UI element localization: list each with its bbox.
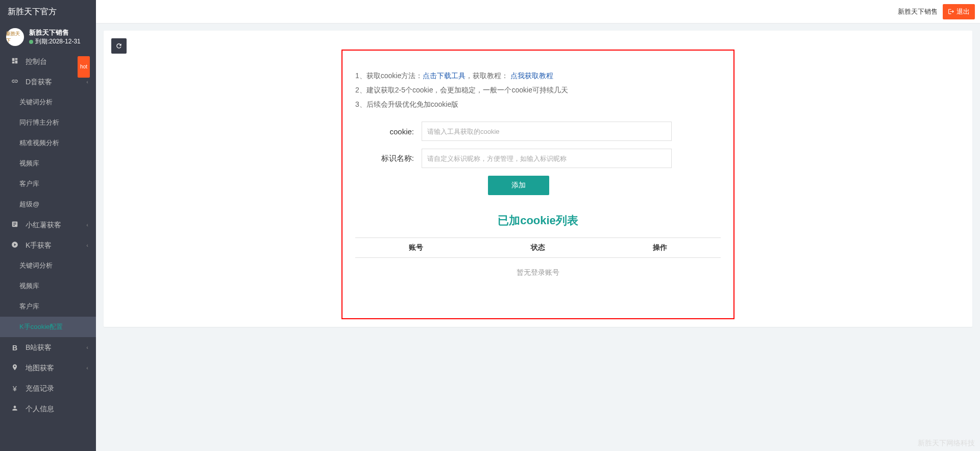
chevron-left-icon: ‹: [86, 235, 88, 255]
sidebar-item-video-analysis[interactable]: 精准视频分析: [0, 133, 96, 153]
logout-button[interactable]: 退出: [943, 4, 975, 19]
sidebar-item-ks-keyword[interactable]: 关键词分析: [0, 255, 96, 276]
main-card: 1、获取cookie方法：点击下载工具，获取教程： 点我获取教程 2、建议获取2…: [104, 31, 972, 327]
sidebar-item-keyword[interactable]: 关键词分析: [0, 92, 96, 112]
refresh-button[interactable]: [111, 38, 127, 54]
chevron-left-icon: ‹: [86, 215, 88, 235]
tip-line-1: 1、获取cookie方法：点击下载工具，获取教程： 点我获取教程: [355, 68, 721, 83]
avatar[interactable]: 新胜天下: [6, 28, 24, 46]
user-panel: 新胜天下 新胜天下销售 到期:2028-12-31: [0, 23, 96, 51]
chevron-left-icon: ‹: [86, 72, 88, 92]
top-header: 新胜天下销售 退出: [96, 0, 980, 23]
table-header: 账号 状态 操作: [355, 238, 721, 258]
sidebar-item-label: D音获客: [26, 78, 52, 86]
sidebar-item-douyin[interactable]: D音获客 ‹: [0, 72, 96, 92]
sidebar-item-ks-video-lib[interactable]: 视频库: [0, 276, 96, 296]
download-tool-link[interactable]: 点击下载工具: [423, 72, 465, 80]
tutorial-link[interactable]: 点我获取教程: [510, 72, 553, 80]
user-name: 新胜天下销售: [29, 28, 81, 37]
sidebar-item-ks-customer-lib[interactable]: 客户库: [0, 296, 96, 317]
dashboard-icon: [10, 52, 19, 72]
sidebar-item-label: 控制台: [26, 57, 47, 65]
sidebar-item-super-at[interactable]: 超级@: [0, 194, 96, 215]
sidebar-item-kuaishou[interactable]: K手获客 ‹: [0, 235, 96, 255]
book-icon: [10, 215, 19, 235]
sidebar: 新胜天下官方 新胜天下 新胜天下销售 到期:2028-12-31 控制台 hot…: [0, 0, 96, 335]
sidebar-item-label: 小红薯获客: [26, 221, 61, 229]
col-account: 账号: [355, 238, 477, 257]
col-action: 操作: [599, 238, 721, 257]
main-content: 1、获取cookie方法：点击下载工具，获取教程： 点我获取教程 2、建议获取2…: [96, 0, 980, 327]
play-icon: [10, 235, 19, 256]
refresh-icon: [115, 42, 122, 50]
name-label: 标识名称:: [355, 154, 422, 163]
highlight-box: 1、获取cookie方法：点击下载工具，获取教程： 点我获取教程 2、建议获取2…: [341, 50, 734, 319]
col-status: 状态: [477, 238, 599, 257]
link-icon: [10, 72, 19, 92]
empty-text: 暂无登录账号: [355, 258, 721, 288]
cookie-label: cookie:: [355, 127, 422, 136]
sidebar-item-label: K手获客: [26, 241, 52, 249]
cookie-input[interactable]: [422, 122, 672, 141]
tip-line-2: 2、建议获取2-5个cookie，会更加稳定，一般一个cookie可持续几天: [355, 83, 721, 97]
sidebar-item-video-lib[interactable]: 视频库: [0, 153, 96, 174]
sidebar-item-customer-lib[interactable]: 客户库: [0, 174, 96, 194]
sidebar-item-peer[interactable]: 同行博主分析: [0, 112, 96, 133]
brand-logo[interactable]: 新胜天下官方: [0, 0, 96, 23]
sidebar-item-ks-cookie[interactable]: K手cookie配置: [0, 317, 96, 335]
sidebar-item-dashboard[interactable]: 控制台 hot: [0, 51, 96, 72]
tips-block: 1、获取cookie方法：点击下载工具，获取教程： 点我获取教程 2、建议获取2…: [355, 68, 721, 111]
sidebar-item-xhs[interactable]: 小红薯获客 ‹: [0, 215, 96, 235]
logout-icon: [948, 8, 954, 15]
tip-line-3: 3、后续会升级优化免加cookie版: [355, 97, 721, 111]
online-dot-icon: [29, 40, 33, 44]
cookie-list-title: 已加cookie列表: [355, 213, 721, 228]
add-button[interactable]: 添加: [488, 176, 549, 195]
user-expiry: 到期:2028-12-31: [29, 37, 81, 46]
header-user-label[interactable]: 新胜天下销售: [898, 7, 938, 16]
name-input[interactable]: [422, 149, 672, 168]
